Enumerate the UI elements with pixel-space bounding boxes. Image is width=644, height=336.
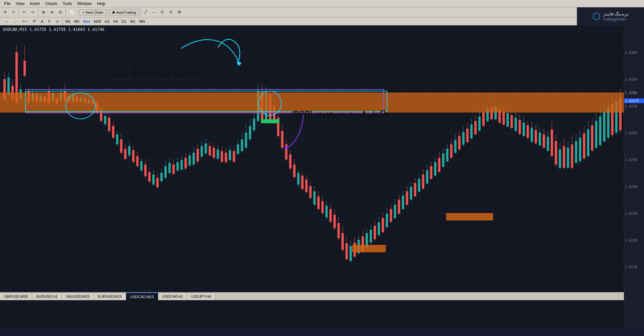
tf-mn[interactable]: MN bbox=[138, 19, 147, 24]
annotation-bpr-reaction: واکنش قیمت به محدوده (BPR) bbox=[292, 109, 389, 118]
new-order-button[interactable]: + New Order bbox=[79, 9, 107, 15]
toolbar: ✛ ↖ ↩ ↪ ⊕ ⊖ ⊡ 📈 + New Order ▶ AutoTradin… bbox=[0, 7, 644, 17]
tf-m1[interactable]: M1 bbox=[64, 19, 72, 24]
green-bar-marker bbox=[261, 119, 279, 123]
timeframe-bar: ← ⟋ ⟵ ⟳ A F ▭ M1 M5 M15 M30 H1 H4 D1 W1 … bbox=[0, 17, 644, 25]
tf-w1[interactable]: W1 bbox=[128, 19, 138, 24]
indicator-btn[interactable]: 📈 bbox=[67, 9, 76, 16]
logo-area: ⬡ تریدینگ فایندر TradingFinder bbox=[577, 7, 644, 25]
zoom-in-btn[interactable]: ⊕ bbox=[40, 9, 47, 16]
sep4 bbox=[78, 9, 78, 16]
symbol-info-text: USDCAD,M15 1.41735 1.41759 1.41683 1.417… bbox=[3, 27, 104, 32]
line-tool[interactable]: ╱ bbox=[142, 9, 149, 16]
settings-btn[interactable]: ⚙ bbox=[175, 9, 183, 16]
sep1 bbox=[19, 9, 19, 16]
draw-vline[interactable]: ⟳ bbox=[31, 18, 38, 25]
svg-text:1.4210: 1.4210 bbox=[625, 265, 637, 269]
price-axis: 1.4300 1.4290 1.4280 1.4270 1.4260 1.425… bbox=[624, 25, 644, 300]
menu-help[interactable]: Help bbox=[94, 1, 108, 7]
menu-window[interactable]: Window bbox=[75, 1, 95, 7]
circle-annotation-1 bbox=[65, 92, 96, 119]
auto-trading-icon: ▶ bbox=[113, 10, 115, 14]
zoom-out-btn[interactable]: ⊖ bbox=[48, 9, 56, 16]
svg-text:1.43175: 1.43175 bbox=[625, 99, 639, 103]
draw-box[interactable]: ▭ bbox=[53, 18, 61, 25]
chart-canvas[interactable]: محدوده قیمت متعادل نزولی واکنش قیمت به م… bbox=[0, 25, 624, 300]
svg-text:1.4280: 1.4280 bbox=[625, 91, 637, 95]
tf-m30[interactable]: M30 bbox=[92, 19, 103, 24]
draw-arrow-left[interactable]: ← bbox=[3, 18, 11, 25]
menu-tools[interactable]: Tools bbox=[60, 1, 75, 7]
sep6 bbox=[141, 9, 141, 16]
sep-tf1 bbox=[62, 18, 63, 25]
draw-hline[interactable]: ⟵ bbox=[20, 18, 30, 25]
annotation-descending-zone: محدوده قیمت متعادل نزولی bbox=[111, 69, 198, 78]
menu-file[interactable]: File bbox=[1, 1, 13, 7]
svg-text:1.4220: 1.4220 bbox=[625, 239, 637, 242]
menu-charts[interactable]: Charts bbox=[43, 1, 60, 7]
logo-text-fa: تریدینگ فایندر bbox=[603, 11, 629, 17]
arrow-btn[interactable]: ↖ bbox=[10, 9, 17, 16]
tf-h4[interactable]: H4 bbox=[112, 19, 120, 24]
tf-m15[interactable]: M15 bbox=[82, 19, 92, 24]
sep2 bbox=[38, 9, 38, 16]
zoom-chart-btn[interactable]: ⊡ bbox=[56, 9, 64, 16]
new-order-label: New Order bbox=[86, 10, 103, 14]
svg-text:1.4260: 1.4260 bbox=[625, 131, 637, 135]
draw-line[interactable]: ⟋ bbox=[11, 18, 20, 25]
tf-d1[interactable]: D1 bbox=[120, 19, 128, 24]
svg-text:1.4300: 1.4300 bbox=[625, 51, 637, 55]
svg-text:1.4240: 1.4240 bbox=[625, 185, 637, 189]
draw-text[interactable]: A bbox=[39, 18, 46, 25]
chart-container: USDCAD,M15 1.41735 1.41759 1.41683 1.417… bbox=[0, 25, 644, 328]
hline-tool[interactable]: ─ bbox=[150, 9, 157, 16]
symbol-info: USDCAD,M15 1.41735 1.41759 1.41683 1.417… bbox=[3, 27, 104, 32]
new-order-icon: + bbox=[83, 10, 85, 14]
menu-bar: File View Insert Charts Tools Window Hel… bbox=[0, 0, 644, 7]
auto-trading-button[interactable]: ▶ AutoTrading bbox=[110, 9, 140, 15]
sep3 bbox=[65, 9, 66, 16]
menu-insert[interactable]: Insert bbox=[27, 1, 43, 7]
svg-text:1.4230: 1.4230 bbox=[625, 212, 637, 215]
circle-annotation-2 bbox=[258, 91, 282, 116]
candlestick-chart bbox=[0, 25, 624, 300]
draw-fib[interactable]: F bbox=[46, 18, 53, 25]
svg-text:1.4290: 1.4290 bbox=[625, 78, 637, 81]
undo-btn[interactable]: ↩ bbox=[20, 9, 28, 16]
menu-view[interactable]: View bbox=[13, 1, 27, 7]
svg-text:1.4250: 1.4250 bbox=[625, 158, 637, 162]
bpr-zone-right bbox=[387, 92, 624, 113]
period-btn[interactable]: ⏱ bbox=[158, 9, 166, 16]
price-labels-svg: 1.4300 1.4290 1.4280 1.4270 1.4260 1.425… bbox=[624, 25, 644, 300]
logo-text-en: TradingFinder bbox=[603, 17, 629, 22]
orange-zone-lower1 bbox=[352, 245, 386, 252]
orange-zone-lower2 bbox=[446, 213, 493, 220]
auto-trading-label: AutoTrading bbox=[116, 10, 137, 14]
tf-m5[interactable]: M5 bbox=[72, 19, 81, 24]
crosshair-btn[interactable]: ✛ bbox=[1, 9, 9, 16]
redo-btn[interactable]: ↪ bbox=[29, 9, 37, 16]
tf-h1[interactable]: H1 bbox=[103, 19, 111, 24]
svg-text:1.4270: 1.4270 bbox=[625, 105, 637, 108]
sep5 bbox=[108, 9, 108, 16]
refresh-btn[interactable]: ↻ bbox=[167, 9, 175, 16]
